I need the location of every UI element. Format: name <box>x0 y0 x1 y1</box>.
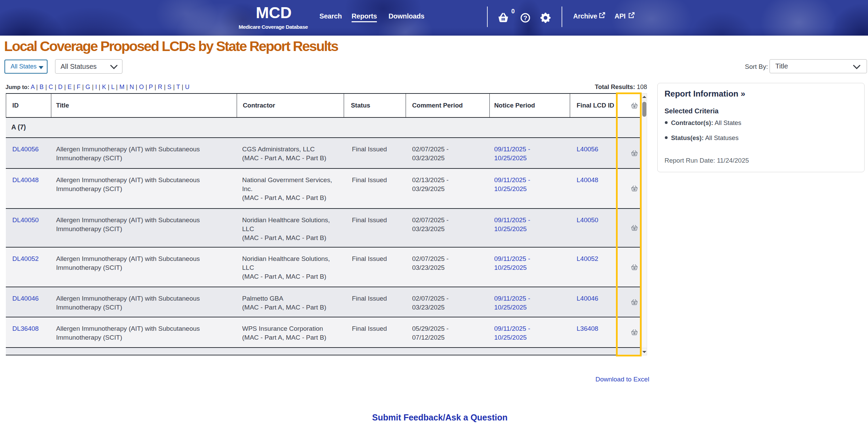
svg-text:?: ? <box>523 14 527 22</box>
